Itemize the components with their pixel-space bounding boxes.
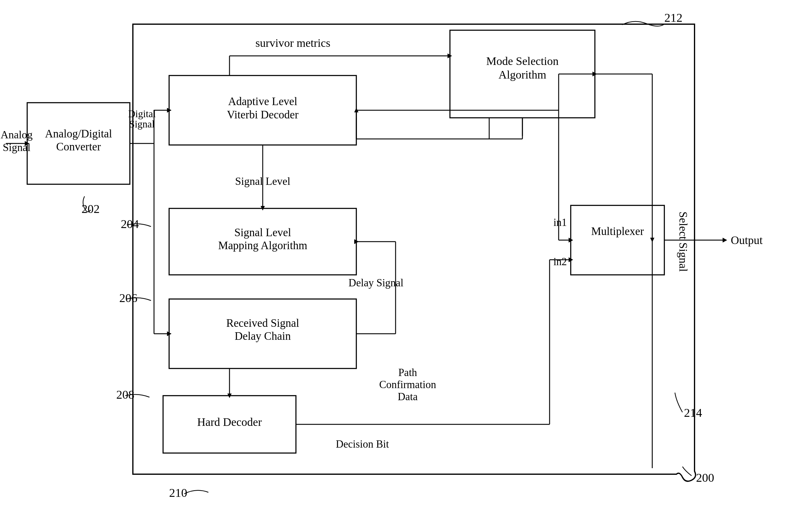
svg-text:Decision Bit: Decision Bit	[336, 438, 389, 450]
svg-text:Signal: Signal	[3, 141, 30, 154]
svg-text:Signal Level: Signal Level	[234, 226, 291, 239]
svg-text:Algorithm: Algorithm	[498, 68, 546, 81]
svg-text:214: 214	[684, 406, 702, 420]
svg-text:Signal: Signal	[129, 119, 155, 130]
svg-text:Delay Signal: Delay Signal	[348, 277, 403, 289]
svg-text:Delay Chain: Delay Chain	[235, 330, 291, 342]
svg-text:212: 212	[664, 11, 682, 24]
svg-text:Hard Decoder: Hard Decoder	[197, 415, 262, 428]
svg-rect-83	[0, 0, 812, 521]
svg-text:Path: Path	[398, 367, 417, 379]
svg-text:Mapping Algorithm: Mapping Algorithm	[218, 239, 307, 252]
svg-text:in2: in2	[554, 256, 567, 268]
svg-text:Confirmation: Confirmation	[379, 379, 436, 390]
analog-signal-text: Analog	[1, 129, 32, 141]
svg-text:Digital: Digital	[128, 108, 156, 119]
svg-text:Converter: Converter	[56, 140, 101, 153]
svg-text:Analog/Digital: Analog/Digital	[45, 128, 112, 140]
svg-text:202: 202	[82, 202, 100, 216]
svg-text:Viterbi Decoder: Viterbi Decoder	[227, 108, 298, 121]
svg-text:Data: Data	[398, 391, 418, 403]
svg-text:Received Signal: Received Signal	[226, 317, 299, 329]
svg-text:Signal Level: Signal Level	[235, 175, 291, 187]
svg-text:Mode Selection: Mode Selection	[486, 55, 559, 67]
svg-text:Multiplexer: Multiplexer	[591, 225, 644, 237]
svg-text:Output: Output	[731, 234, 763, 246]
svg-text:Select Signal: Select Signal	[677, 211, 690, 272]
svg-text:Adaptive Level: Adaptive Level	[228, 95, 297, 108]
svg-text:200: 200	[696, 471, 714, 484]
svg-text:survivor metrics: survivor metrics	[255, 37, 330, 49]
svg-text:210: 210	[169, 486, 187, 500]
svg-text:in1: in1	[554, 217, 567, 228]
